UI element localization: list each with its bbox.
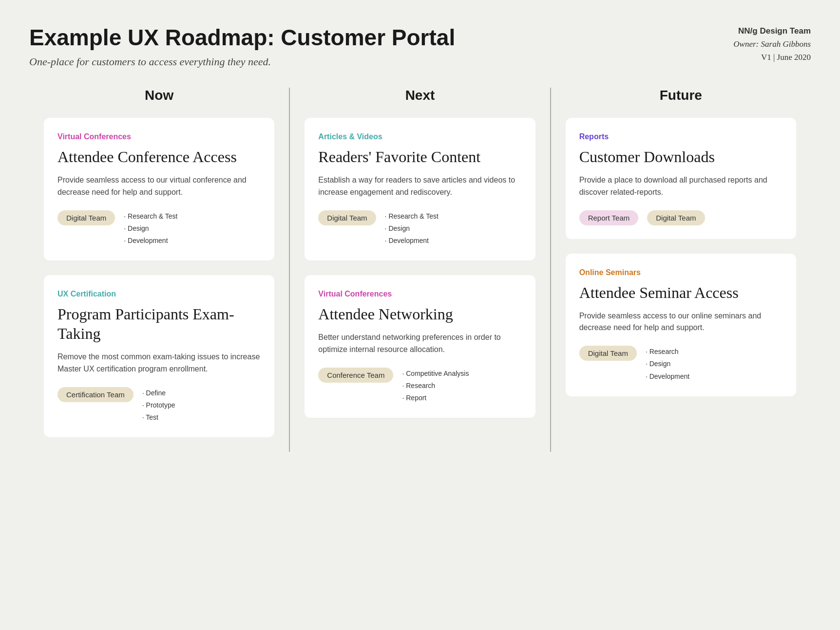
card-title: Program Participants Exam-Taking (57, 304, 261, 343)
task-item: Design (646, 358, 689, 370)
task-list: Research & Test Design Development (124, 210, 177, 247)
card-description: Establish a way for readers to save arti… (318, 174, 521, 199)
org-team-name: NN/g Design Team (733, 24, 811, 37)
column-header-now: Now (44, 88, 274, 103)
column-header-future: Future (566, 88, 796, 103)
page-subtitle: One-place for customers to access everyt… (29, 56, 455, 68)
task-item: Research (402, 380, 469, 392)
card-category: Virtual Conferences (318, 290, 521, 298)
card-description: Provide a place to download all purchase… (579, 174, 783, 199)
card-category: Articles & Videos (318, 132, 521, 141)
team-badge: Digital Team (57, 210, 115, 225)
card-seminar-access: Online Seminars Attendee Seminar Access … (566, 254, 796, 396)
header-right: NN/g Design Team Owner: Sarah Gibbons V1… (733, 24, 811, 64)
card-description: Remove the most common exam-taking issue… (57, 351, 261, 375)
card-category: Virtual Conferences (57, 132, 261, 141)
task-item: Define (142, 387, 175, 399)
card-networking: Virtual Conferences Attendee Networking … (305, 275, 535, 418)
team-badge: Conference Team (318, 368, 393, 383)
team-badge: Digital Team (579, 346, 637, 361)
column-future: Future Reports Customer Downloads Provid… (550, 88, 811, 452)
team-badge: Digital Team (318, 210, 376, 225)
column-now: Now Virtual Conferences Attendee Confere… (29, 88, 289, 452)
team-badge-digital: Digital Team (647, 210, 705, 225)
header-left: Example UX Roadmap: Customer Portal One-… (29, 24, 455, 68)
task-item: Research & Test (124, 210, 177, 222)
card-conference-access: Virtual Conferences Attendee Conference … (44, 118, 274, 260)
card-footer: Digital Team Research & Test Design Deve… (318, 210, 521, 247)
card-exam-taking: UX Certification Program Participants Ex… (44, 275, 274, 437)
card-footer: Digital Team Research Design Development (579, 346, 783, 383)
card-title: Readers' Favorite Content (318, 147, 521, 167)
task-item: Development (385, 235, 439, 247)
team-badge: Certification Team (57, 387, 134, 402)
org-owner: Owner: Sarah Gibbons (733, 37, 811, 51)
task-item: Competitive Analysis (402, 368, 469, 380)
page-title: Example UX Roadmap: Customer Portal (29, 24, 455, 51)
card-category: UX Certification (57, 290, 261, 298)
card-description: Provide seamless access to our virtual c… (57, 174, 261, 199)
card-favorite-content: Articles & Videos Readers' Favorite Cont… (305, 118, 535, 260)
card-description: Better understand networking preferences… (318, 332, 521, 356)
task-item: Research (646, 346, 689, 358)
owner-label: Owner (733, 39, 756, 49)
card-footer: Certification Team Define Prototype Test (57, 387, 261, 424)
card-category: Online Seminars (579, 268, 783, 277)
card-category: Reports (579, 132, 783, 141)
roadmap-columns: Now Virtual Conferences Attendee Confere… (29, 88, 811, 452)
card-footer: Digital Team Research & Test Design Deve… (57, 210, 261, 247)
card-title: Attendee Networking (318, 304, 521, 324)
task-item: Design (124, 222, 177, 235)
task-item: Report (402, 392, 469, 404)
owner-name: Sarah Gibbons (761, 39, 811, 49)
task-item: Research & Test (385, 210, 439, 222)
page-header: Example UX Roadmap: Customer Portal One-… (29, 24, 811, 68)
task-list: Research Design Development (646, 346, 689, 383)
version-info: V1 | June 2020 (733, 51, 811, 64)
task-item: Development (646, 371, 689, 383)
card-footer: Conference Team Competitive Analysis Res… (318, 368, 521, 405)
card-title: Attendee Conference Access (57, 147, 261, 167)
column-next: Next Articles & Videos Readers' Favorite… (289, 88, 550, 452)
task-list: Research & Test Design Development (385, 210, 439, 247)
card-description: Provide seamless access to our online se… (579, 310, 783, 334)
card-customer-downloads: Reports Customer Downloads Provide a pla… (566, 118, 796, 239)
task-item: Development (124, 235, 177, 247)
task-list: Define Prototype Test (142, 387, 175, 424)
task-item: Design (385, 222, 439, 235)
card-title: Customer Downloads (579, 147, 783, 167)
column-header-next: Next (305, 88, 535, 103)
task-list: Competitive Analysis Research Report (402, 368, 469, 405)
task-item: Prototype (142, 399, 175, 411)
team-badge-report: Report Team (579, 210, 639, 225)
card-footer: Report Team Digital Team (579, 210, 783, 225)
task-item: Test (142, 411, 175, 424)
card-title: Attendee Seminar Access (579, 283, 783, 302)
